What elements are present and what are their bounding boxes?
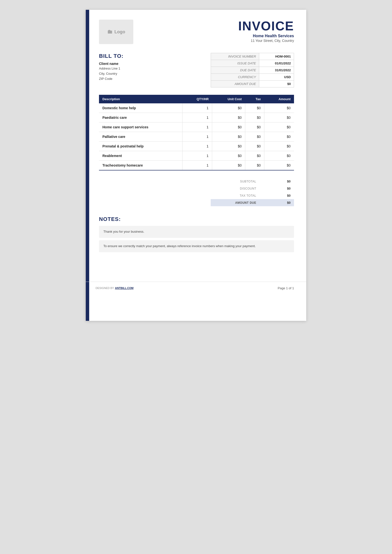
item-description: Paediatric care bbox=[99, 113, 182, 122]
invoice-info-row: DUE DATE31/01/2022 bbox=[211, 67, 294, 74]
info-value: 01/01/2022 bbox=[259, 60, 294, 67]
item-description: Palliative care bbox=[99, 132, 182, 142]
notes-label: NOTES: bbox=[99, 216, 294, 222]
tax-total-label: TAX TOTAL bbox=[211, 192, 260, 199]
left-accent-bar bbox=[86, 10, 89, 321]
invoice-info-table: INVOICE NUMBERHOM-0001ISSUE DATE01/01/20… bbox=[211, 53, 294, 87]
item-qty: 1 bbox=[182, 132, 212, 142]
table-row: Domestic home help 1 $0 $0 $0 bbox=[99, 103, 294, 113]
note1: Thank you for your business. bbox=[99, 226, 294, 238]
col-unit-cost: Unit Cost bbox=[212, 95, 245, 103]
item-tax: $0 bbox=[245, 161, 264, 170]
company-name: Home Health Services bbox=[238, 34, 294, 38]
info-value: 31/01/2022 bbox=[259, 67, 294, 74]
note2: To ensure we correctly match your paymen… bbox=[99, 240, 294, 252]
notes-section: NOTES: Thank you for your business. To e… bbox=[99, 216, 294, 252]
item-unit-cost: $0 bbox=[212, 103, 245, 113]
subtotal-row: SUBTOTAL $0 bbox=[211, 178, 294, 185]
footer-left: DESIGNED BY ANTBILL.COM bbox=[96, 287, 134, 289]
item-unit-cost: $0 bbox=[212, 132, 245, 142]
col-description: Description bbox=[99, 95, 182, 103]
item-description: Home care support services bbox=[99, 122, 182, 132]
company-address: 11 Your Street, City, Country bbox=[238, 39, 294, 43]
city-country: City, Country bbox=[99, 71, 201, 76]
item-description: Prenatal & postnatal help bbox=[99, 142, 182, 151]
item-qty: 1 bbox=[182, 103, 212, 113]
amount-due-label: AMOUNT DUE bbox=[211, 199, 260, 206]
invoice-info-row: AMOUNT DUE$0 bbox=[211, 81, 294, 87]
item-amount: $0 bbox=[264, 103, 294, 113]
item-amount: $0 bbox=[264, 113, 294, 122]
designed-by-text: DESIGNED BY bbox=[96, 287, 114, 289]
table-row: Tracheostomy homecare 1 $0 $0 $0 bbox=[99, 161, 294, 170]
table-header-row: Description QTY/HR Unit Cost Tax Amount bbox=[99, 95, 294, 103]
discount-row: DISCOUNT $0 bbox=[211, 185, 294, 192]
item-tax: $0 bbox=[245, 142, 264, 151]
col-qty: QTY/HR bbox=[182, 95, 212, 103]
logo: 🖿 Logo bbox=[99, 20, 133, 44]
invoice-title: INVOICE bbox=[238, 20, 294, 32]
col-amount: Amount bbox=[264, 95, 294, 103]
item-qty: 1 bbox=[182, 122, 212, 132]
table-row: Home care support services 1 $0 $0 $0 bbox=[99, 122, 294, 132]
item-tax: $0 bbox=[245, 132, 264, 142]
footer: DESIGNED BY ANTBILL.COM Page 1 of 1 bbox=[86, 282, 306, 294]
totals-section: SUBTOTAL $0 DISCOUNT $0 TAX TOTAL $0 AMO… bbox=[99, 178, 294, 206]
info-value: USD bbox=[259, 74, 294, 81]
item-amount: $0 bbox=[264, 151, 294, 161]
info-label: CURRENCY bbox=[211, 74, 259, 81]
table-row: Paediatric care 1 $0 $0 $0 bbox=[99, 113, 294, 122]
info-label: INVOICE NUMBER bbox=[211, 53, 259, 60]
item-unit-cost: $0 bbox=[212, 122, 245, 132]
info-label: ISSUE DATE bbox=[211, 60, 259, 67]
item-amount: $0 bbox=[264, 161, 294, 170]
amount-due-row: AMOUNT DUE $0 bbox=[211, 199, 294, 206]
bill-info-section: BILL TO: Client name Address Line 1 City… bbox=[99, 53, 294, 87]
discount-value: $0 bbox=[260, 185, 294, 192]
item-qty: 1 bbox=[182, 113, 212, 122]
page-content: 🖿 Logo INVOICE Home Health Services 11 Y… bbox=[89, 10, 306, 272]
item-qty: 1 bbox=[182, 161, 212, 170]
amount-due-value: $0 bbox=[260, 199, 294, 206]
header: 🖿 Logo INVOICE Home Health Services 11 Y… bbox=[99, 20, 294, 44]
bill-to: BILL TO: Client name Address Line 1 City… bbox=[99, 53, 201, 81]
item-amount: $0 bbox=[264, 142, 294, 151]
info-label: DUE DATE bbox=[211, 67, 259, 74]
invoice-info-row: ISSUE DATE01/01/2022 bbox=[211, 60, 294, 67]
totals-table: SUBTOTAL $0 DISCOUNT $0 TAX TOTAL $0 AMO… bbox=[211, 178, 294, 206]
info-value: $0 bbox=[259, 81, 294, 87]
info-label: AMOUNT DUE bbox=[211, 81, 259, 87]
item-unit-cost: $0 bbox=[212, 142, 245, 151]
header-right: INVOICE Home Health Services 11 Your Str… bbox=[238, 20, 294, 43]
tax-total-value: $0 bbox=[260, 192, 294, 199]
item-unit-cost: $0 bbox=[212, 113, 245, 122]
item-tax: $0 bbox=[245, 103, 264, 113]
invoice-page: 🖿 Logo INVOICE Home Health Services 11 Y… bbox=[86, 10, 306, 321]
item-description: Reablement bbox=[99, 151, 182, 161]
invoice-info-row: INVOICE NUMBERHOM-0001 bbox=[211, 53, 294, 60]
zip-code: ZIP Code bbox=[99, 76, 201, 82]
item-amount: $0 bbox=[264, 122, 294, 132]
antbill-link[interactable]: ANTBILL.COM bbox=[115, 287, 134, 289]
item-tax: $0 bbox=[245, 122, 264, 132]
table-row: Prenatal & postnatal help 1 $0 $0 $0 bbox=[99, 142, 294, 151]
subtotal-label: SUBTOTAL bbox=[211, 178, 260, 185]
item-unit-cost: $0 bbox=[212, 151, 245, 161]
item-description: Tracheostomy homecare bbox=[99, 161, 182, 170]
col-tax: Tax bbox=[245, 95, 264, 103]
table-row: Palliative care 1 $0 $0 $0 bbox=[99, 132, 294, 142]
subtotal-value: $0 bbox=[260, 178, 294, 185]
item-tax: $0 bbox=[245, 151, 264, 161]
address-line1: Address Line 1 bbox=[99, 66, 201, 71]
discount-label: DISCOUNT bbox=[211, 185, 260, 192]
items-table: Description QTY/HR Unit Cost Tax Amount … bbox=[99, 95, 294, 170]
client-name: Client name bbox=[99, 62, 201, 66]
info-value: HOM-0001 bbox=[259, 53, 294, 60]
item-amount: $0 bbox=[264, 132, 294, 142]
logo-text: Logo bbox=[114, 29, 125, 35]
item-description: Domestic home help bbox=[99, 103, 182, 113]
item-qty: 1 bbox=[182, 142, 212, 151]
item-qty: 1 bbox=[182, 151, 212, 161]
tax-total-row: TAX TOTAL $0 bbox=[211, 192, 294, 199]
item-tax: $0 bbox=[245, 113, 264, 122]
